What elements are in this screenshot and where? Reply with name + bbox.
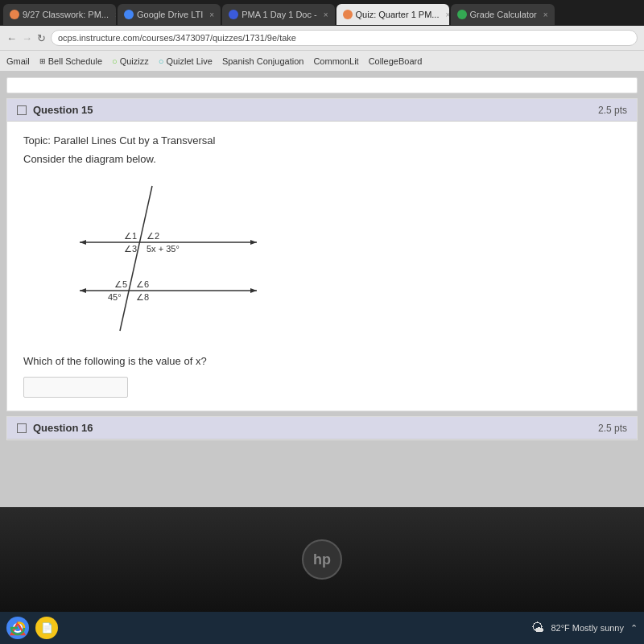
question-16-card: Question 16 2.5 pts: [6, 416, 638, 440]
question-15-prompt: Consider the diagram below.: [23, 153, 621, 165]
question-16-number: Question 16: [17, 422, 93, 434]
weather-text: 82°F Mostly sunny: [551, 623, 624, 633]
svg-text:∠6: ∠6: [136, 279, 149, 289]
bookmark-quizletlive[interactable]: ○ Quizlet Live: [159, 56, 213, 66]
question-15-answer-input[interactable]: [23, 377, 128, 398]
bookmark-spanishconj[interactable]: Spanish Conjugation: [222, 56, 304, 66]
question-15-topic: Topic: Parallel Lines Cut by a Transvers…: [23, 134, 621, 147]
url-text: ocps.instructure.com/courses/3473097/qui…: [58, 33, 296, 43]
tab-close-quiz[interactable]: ×: [445, 10, 448, 19]
tab-icon-gradecalc: [457, 10, 467, 19]
bookmark-collegeboard[interactable]: CollegeBoard: [369, 56, 423, 66]
tab-close-pma[interactable]: ×: [324, 10, 328, 19]
bookmark-commonlit[interactable]: CommonLit: [313, 56, 358, 66]
laptop-bottom-bezel: hp: [0, 507, 644, 612]
quizizz-icon: ○: [112, 56, 118, 66]
hp-logo: hp: [302, 539, 342, 580]
svg-marker-5: [250, 288, 257, 293]
quizlet-icon: ○: [159, 56, 164, 66]
svg-marker-3: [80, 240, 86, 245]
tab-label-pma: PMA 1 Day 1 Doc -: [242, 10, 317, 19]
question-15-text: Which of the following is the value of x…: [23, 355, 621, 367]
grid-icon: ⊞: [39, 57, 46, 65]
question-16-pts: 2.5 pts: [598, 423, 627, 434]
tab-icon-googledrive: [124, 10, 134, 19]
bookmark-gmail[interactable]: Gmail: [6, 56, 30, 66]
svg-text:∠1: ∠1: [124, 231, 137, 241]
question-15-number: Question 15: [17, 104, 93, 116]
question-15-pts: 2.5 pts: [598, 105, 627, 116]
taskbar-chrome-icon[interactable]: [6, 617, 29, 639]
svg-text:∠8: ∠8: [136, 292, 149, 302]
taskbar: 📄 🌤 82°F Mostly sunny ⌃: [0, 612, 644, 644]
weather-icon: 🌤: [531, 621, 544, 635]
forward-button[interactable]: →: [22, 32, 32, 44]
tab-icon-classwork: [10, 10, 19, 19]
tab-classwork[interactable]: 9/27 Classwork: PM... ×: [3, 4, 116, 25]
svg-text:∠2: ∠2: [147, 231, 159, 241]
url-bar[interactable]: ocps.instructure.com/courses/3473097/qui…: [51, 30, 638, 46]
previous-question-partial: [6, 77, 638, 93]
tab-icon-quiz: [343, 10, 353, 19]
question-15-body: Topic: Parallel Lines Cut by a Transvers…: [7, 122, 637, 411]
browser-chrome: 9/27 Classwork: PM... × Google Drive LTI…: [0, 0, 644, 71]
svg-text:5x + 35°: 5x + 35°: [147, 244, 180, 254]
svg-marker-2: [250, 240, 257, 245]
svg-marker-6: [80, 288, 86, 293]
diagram-container: ∠1 ∠2 ∠3 5x + 35° ∠5 ∠6 45° ∠8: [39, 178, 297, 339]
back-button[interactable]: ←: [6, 32, 17, 44]
tab-bar: 9/27 Classwork: PM... × Google Drive LTI…: [0, 0, 644, 26]
question-15-header: Question 15 2.5 pts: [7, 99, 637, 122]
parallel-lines-diagram: ∠1 ∠2 ∠3 5x + 35° ∠5 ∠6 45° ∠8: [39, 178, 297, 339]
svg-text:45°: 45°: [108, 292, 122, 302]
bookmark-bellschedule[interactable]: ⊞ Bell Schedule: [39, 56, 102, 66]
tab-quiz[interactable]: Quiz: Quarter 1 PM... ×: [336, 4, 449, 25]
chevron-up-icon[interactable]: ⌃: [630, 623, 638, 634]
question-16-checkbox[interactable]: [17, 423, 27, 433]
bookmarks-bar: Gmail ⊞ Bell Schedule ○ Quizizz ○ Quizle…: [0, 50, 644, 71]
bookmark-quizizz[interactable]: ○ Quizizz: [112, 56, 149, 66]
tab-label-quiz: Quiz: Quarter 1 PM...: [356, 10, 440, 19]
svg-text:∠3: ∠3: [124, 244, 137, 254]
svg-line-0: [120, 186, 152, 331]
tab-close-gradecalc[interactable]: ×: [543, 10, 548, 19]
tab-close-classwork[interactable]: ×: [115, 10, 116, 19]
tab-label-classwork: 9/27 Classwork: PM...: [23, 10, 109, 19]
question-15-card: Question 15 2.5 pts Topic: Parallel Line…: [6, 98, 638, 411]
tab-googledrive[interactable]: Google Drive LTI ×: [118, 4, 221, 25]
tab-gradecalc[interactable]: Grade Calculator ×: [451, 4, 555, 25]
tab-label-gradecalc: Grade Calculator: [470, 10, 537, 19]
tab-close-googledrive[interactable]: ×: [209, 10, 214, 19]
nav-bar: ← → ↻ ocps.instructure.com/courses/34730…: [0, 26, 644, 50]
svg-text:∠5: ∠5: [114, 279, 127, 289]
question-15-checkbox[interactable]: [17, 105, 27, 115]
tab-label-googledrive: Google Drive LTI: [137, 10, 203, 19]
taskbar-file-icon[interactable]: 📄: [35, 617, 58, 639]
tab-icon-pma: [229, 10, 238, 19]
taskbar-right: 🌤 82°F Mostly sunny ⌃: [531, 621, 638, 635]
question-16-header: Question 16 2.5 pts: [7, 417, 637, 440]
tab-pma[interactable]: PMA 1 Day 1 Doc - ×: [222, 4, 334, 25]
refresh-button[interactable]: ↻: [37, 32, 46, 44]
